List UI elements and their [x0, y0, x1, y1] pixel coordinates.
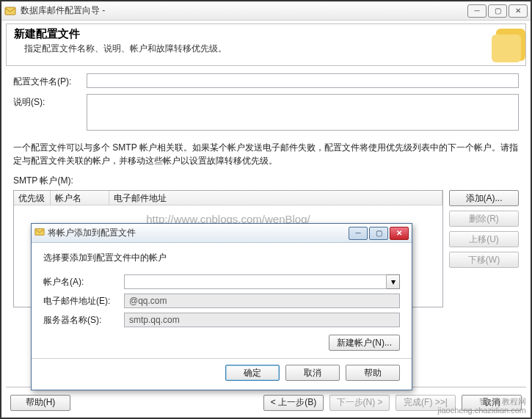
- dialog-message: 选择要添加到配置文件中的帐户: [43, 252, 400, 264]
- dialog-separator: [32, 358, 412, 359]
- account-name-input[interactable]: [124, 274, 387, 289]
- col-email: 电子邮件地址: [109, 191, 442, 205]
- add-account-dialog: 将帐户添加到配置文件 ─ ▢ ✕ 选择要添加到配置文件中的帐户 帐户名(A): …: [31, 223, 412, 390]
- smtp-buttons: 添加(A)... 删除(R) 上移(U) 下移(W): [449, 190, 519, 307]
- page-subtitle: 指定配置文件名称、说明、帐户和故障转移优先级。: [24, 43, 467, 55]
- finish-button: 完成(F) >>|: [396, 395, 456, 411]
- move-up-button: 上移(U): [449, 231, 519, 247]
- server-name-label: 服务器名称(S):: [43, 314, 124, 327]
- titlebar: 数据库邮件配置向导 - ─ ▢ ✕: [1, 1, 531, 21]
- table-header: 优先级 帐户名 电子邮件地址: [14, 191, 442, 205]
- dialog-icon: [34, 227, 45, 239]
- minimize-button[interactable]: ─: [467, 4, 487, 18]
- account-name-combo[interactable]: ▾: [124, 274, 400, 289]
- maximize-button[interactable]: ▢: [488, 4, 507, 18]
- app-icon: [4, 5, 16, 17]
- header-panel: 新建配置文件 指定配置文件名称、说明、帐户和故障转移优先级。: [6, 23, 526, 66]
- description-label: 说明(S):: [13, 94, 87, 109]
- svg-rect-2: [492, 34, 521, 62]
- profile-name-input[interactable]: [87, 73, 519, 88]
- close-button[interactable]: ✕: [509, 4, 528, 18]
- profile-description-text: 一个配置文件可以与多个 SMTP 帐户相关联。如果某个帐户发送电子邮件失败，配置…: [13, 141, 519, 167]
- add-account-button[interactable]: 添加(A)...: [449, 190, 519, 206]
- watermark-text: http://www.cnblogs.com/wenBlog/: [14, 205, 442, 225]
- page-title: 新建配置文件: [14, 27, 467, 41]
- chevron-down-icon[interactable]: ▾: [387, 274, 400, 289]
- mail-decor-icon: [474, 24, 525, 65]
- wizard-footer: 帮助(H) < 上一步(B) 下一步(N) > 完成(F) >>| 取消: [6, 387, 526, 413]
- move-down-button: 下移(W): [449, 252, 519, 268]
- help-button[interactable]: 帮助(H): [10, 395, 70, 411]
- smtp-accounts-label: SMTP 帐户(M):: [13, 175, 519, 187]
- email-address-label: 电子邮件地址(E):: [43, 295, 124, 307]
- dialog-minimize-button[interactable]: ─: [349, 227, 368, 240]
- description-input[interactable]: [87, 94, 519, 131]
- col-account: 帐户名: [51, 191, 109, 205]
- next-button: 下一步(N) >: [329, 395, 390, 411]
- ok-button[interactable]: 确定: [225, 365, 280, 381]
- dialog-maximize-button[interactable]: ▢: [369, 227, 388, 240]
- dialog-title: 将帐户添加到配置文件: [48, 227, 347, 239]
- window-controls: ─ ▢ ✕: [467, 4, 528, 18]
- svg-rect-0: [5, 7, 15, 15]
- cancel-button[interactable]: 取消: [462, 395, 522, 411]
- account-name-label: 帐户名(A):: [43, 276, 124, 288]
- profile-name-label: 配置文件名(P):: [13, 73, 87, 88]
- svg-rect-3: [35, 229, 44, 236]
- server-name-input: [124, 313, 400, 327]
- back-button[interactable]: < 上一步(B): [263, 395, 324, 411]
- dialog-cancel-button[interactable]: 取消: [285, 365, 340, 381]
- new-account-button[interactable]: 新建帐户(N)...: [329, 335, 400, 351]
- remove-account-button: 删除(R): [449, 211, 519, 227]
- email-address-input: [124, 294, 400, 308]
- dialog-help-button[interactable]: 帮助: [346, 365, 400, 381]
- dialog-close-button[interactable]: ✕: [390, 227, 409, 240]
- dialog-titlebar: 将帐户添加到配置文件 ─ ▢ ✕: [32, 224, 412, 243]
- wizard-window: 数据库邮件配置向导 - ─ ▢ ✕ 新建配置文件 指定配置文件名称、说明、帐户和…: [1, 1, 531, 418]
- col-priority: 优先级: [14, 191, 51, 205]
- window-title: 数据库邮件配置向导 -: [21, 4, 105, 17]
